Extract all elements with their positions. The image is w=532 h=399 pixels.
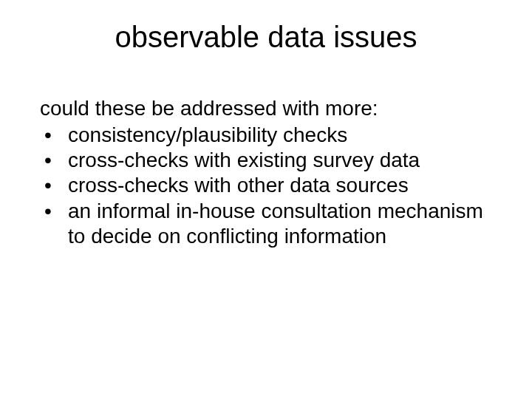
list-item-label: consistency/plausibility checks — [68, 123, 347, 146]
list-item: • cross-checks with other data sources — [40, 173, 492, 198]
slide-title: observable data issues — [0, 21, 532, 54]
list-item: • an informal in-house consultation mech… — [40, 199, 492, 249]
slide-body: could these be addressed with more: • co… — [40, 96, 492, 249]
bullet-list: • consistency/plausibility checks • cros… — [40, 123, 492, 249]
bullet-icon: • — [44, 148, 52, 173]
lead-text: could these be addressed with more: — [40, 96, 492, 121]
list-item-label: cross-checks with existing survey data — [68, 149, 420, 171]
bullet-icon: • — [44, 199, 52, 224]
list-item-label: cross-checks with other data sources — [68, 174, 409, 197]
list-item: • consistency/plausibility checks — [40, 123, 492, 148]
list-item-label: an informal in-house consultation mechan… — [68, 200, 483, 248]
bullet-icon: • — [44, 173, 52, 198]
list-item: • cross-checks with existing survey data — [40, 148, 492, 173]
slide: observable data issues could these be ad… — [0, 0, 532, 399]
bullet-icon: • — [44, 123, 52, 148]
